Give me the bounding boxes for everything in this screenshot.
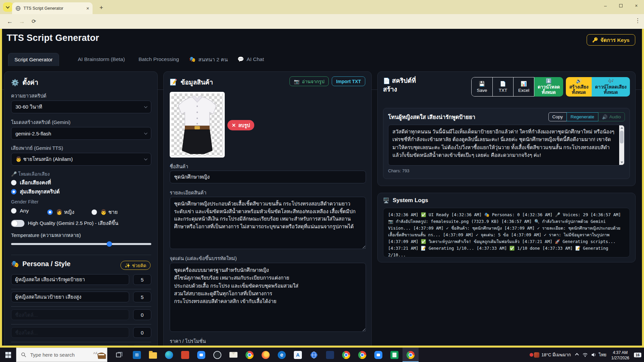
search-highlight-piano-icon[interactable]: ♪♫ <box>93 350 106 360</box>
chevron-down-icon <box>144 131 148 135</box>
delete-image-button[interactable]: ✕ ลบรูป <box>227 120 254 130</box>
persona-count-input[interactable] <box>133 309 151 320</box>
model-select[interactable]: gemini-2.5-flash <box>11 127 151 140</box>
import-txt-button[interactable]: Import TXT <box>332 76 365 86</box>
features-textarea[interactable]: ชุดเครื่องแบบมาตรฐานสำหรับนักศึกษาหญิง ด… <box>170 263 366 332</box>
task-view-button[interactable] <box>111 348 127 362</box>
tray-expand[interactable] <box>576 348 578 362</box>
taskbar-edge-2[interactable]: e <box>274 348 290 362</box>
taskbar-app-navy[interactable] <box>322 348 338 362</box>
voice-mode-option-random[interactable]: สุ่มเสียงทุกสคริปต์ <box>11 187 60 196</box>
log-output[interactable]: [4:32:36 AM] ✅ UI Ready [4:32:36 AM] 🎭 P… <box>383 208 630 257</box>
taskbar-chrome-active[interactable] <box>402 348 419 362</box>
persona-name-input[interactable] <box>11 274 129 285</box>
chevron-down-icon <box>6 5 9 8</box>
scroll-thumb[interactable] <box>620 131 624 143</box>
generate-all-audio-button[interactable]: 🔊 สร้างเสียง ทั้งหมด <box>566 77 592 97</box>
new-tab-button[interactable]: + <box>97 4 105 12</box>
close-button[interactable]: × <box>629 0 644 11</box>
chevron-down-icon <box>144 105 148 108</box>
action-center[interactable]: 16 <box>634 348 641 362</box>
taskbar-app-a[interactable]: A <box>290 348 306 362</box>
scrollbar[interactable] <box>619 125 624 165</box>
taskbar-chrome-2[interactable] <box>338 348 354 362</box>
slider-thumb[interactable] <box>107 241 112 247</box>
tray-network[interactable] <box>583 348 588 362</box>
persona-count-input[interactable] <box>133 274 151 285</box>
tray-volume[interactable] <box>591 348 596 362</box>
description-textarea[interactable]: ชุดนักศึกษาหญิงประกอบด้วยเสื้อเชิ้ตสีขาว… <box>170 197 366 249</box>
taskbar-chrome-1[interactable] <box>241 348 258 362</box>
product-image[interactable] <box>170 92 225 158</box>
weather-widget[interactable]: 18°C มีเมฆมาก <box>534 348 571 362</box>
taskbar-app-red[interactable] <box>177 348 193 362</box>
taskbar-sheets[interactable] <box>386 348 402 362</box>
clock[interactable]: 4:37 AM 1/27/2026 <box>611 348 629 362</box>
tab-conversation-2p[interactable]: 🎭สนทนา 2 คน <box>183 53 234 66</box>
radio-checked[interactable] <box>47 209 53 215</box>
tab-batch-processing[interactable]: Batch Processing <box>132 53 185 66</box>
download-all-button[interactable]: ⬇️ ดาวน์โหลด ทั้งหมด <box>534 77 563 97</box>
taskbar-zoom-2[interactable] <box>370 348 386 362</box>
taskbar-zoom[interactable] <box>193 348 209 362</box>
radio-unchecked[interactable] <box>11 208 16 214</box>
product-name-input[interactable] <box>170 171 366 183</box>
regenerate-button[interactable]: Regenerate <box>567 112 598 121</box>
start-button[interactable] <box>0 348 16 362</box>
taskbar-search[interactable]: Type here to search ♪♫ <box>16 348 107 362</box>
tray-alert[interactable] <box>530 348 533 362</box>
voice-mode-option-fixed[interactable]: เลือกเสียงคงที่ <box>11 178 51 187</box>
tab-ai-chat[interactable]: 💬AI Chat <box>231 53 270 66</box>
taskbar-obs[interactable] <box>209 348 225 362</box>
persona-count-input[interactable] <box>133 327 151 338</box>
audio-button[interactable]: 🔊 Audio <box>598 112 625 121</box>
gender-option-any[interactable]: Any <box>11 208 29 214</box>
browser-menu-icon[interactable]: ⋮ <box>633 16 643 26</box>
persona-count-input[interactable] <box>133 292 151 302</box>
gender-option-female[interactable]: 👩 หญิง <box>47 208 74 216</box>
back-button[interactable]: ← <box>5 16 15 26</box>
forward-button[interactable]: → <box>17 16 27 26</box>
page-title: TTS Script Generator <box>7 33 99 43</box>
scroll-down-icon[interactable] <box>621 162 623 163</box>
taskbar-file-explorer[interactable] <box>145 348 161 362</box>
tab-ai-brainstorm[interactable]: AI Brainstorm (Beta) <box>72 53 131 66</box>
browser-tab[interactable]: TTS Script Generator × <box>12 2 93 14</box>
gender-option-male[interactable]: 👨 ชาย <box>92 208 118 216</box>
temperature-slider[interactable] <box>11 241 151 247</box>
radio-unchecked[interactable] <box>92 209 97 215</box>
taskbar-store[interactable]: ⊞ <box>129 348 145 362</box>
radio-unchecked[interactable] <box>11 180 16 185</box>
taskbar-firefox[interactable] <box>258 348 274 362</box>
script-text-area[interactable]: สวัสดีค่าทุกคนนน วันนี้ฉันมีไอเท็มเด็ดมา… <box>388 125 625 166</box>
persona-name-input[interactable] <box>11 327 129 338</box>
reload-button[interactable]: ⟳ <box>29 16 39 26</box>
taskbar-chrome-3[interactable] <box>354 348 370 362</box>
manage-keys-button[interactable]: 🔑 จัดการ Keys <box>587 34 635 46</box>
download-all-audio-button[interactable]: 🎶 ดาวน์โหลดเสียง ทั้งหมด <box>592 77 630 97</box>
taskbar-edge[interactable] <box>161 348 177 362</box>
save-button[interactable]: 💾 Save <box>472 77 492 96</box>
persona-name-input[interactable] <box>11 309 129 320</box>
voice-select[interactable]: 👨 ชายโทนหนัก (Alnilam) <box>11 153 151 166</box>
read-from-image-button[interactable]: 📷 อ่านจากรูป <box>289 76 329 86</box>
language-indicator[interactable]: ไทย <box>599 348 606 362</box>
taskbar-mail[interactable] <box>225 348 241 362</box>
script-length-select[interactable]: 30-60 วินาที <box>11 101 151 113</box>
minimize-button[interactable]: – <box>598 0 613 11</box>
assist-button[interactable]: ✨ ช่วยคิด <box>120 261 151 270</box>
scroll-up-icon[interactable] <box>621 127 623 129</box>
copy-button[interactable]: Copy <box>548 112 567 121</box>
excel-export-button[interactable]: 📊 Excel <box>513 77 534 96</box>
taskbar-globe-app[interactable] <box>306 348 322 362</box>
high-quality-toggle[interactable] <box>11 220 24 227</box>
monitor-icon: 🖥️ <box>383 197 389 203</box>
tab-script-generator[interactable]: Script Generator <box>8 53 59 66</box>
maximize-button[interactable] <box>613 0 629 11</box>
tab-close-icon[interactable]: × <box>86 6 89 11</box>
persona-name-input[interactable] <box>11 292 129 302</box>
txt-export-button[interactable]: 📄 TXT <box>492 77 513 96</box>
radio-checked[interactable] <box>11 189 16 194</box>
tab-search-button[interactable] <box>3 2 13 12</box>
download-all-label: ดาวน์โหลด ทั้งหมด <box>538 84 560 95</box>
